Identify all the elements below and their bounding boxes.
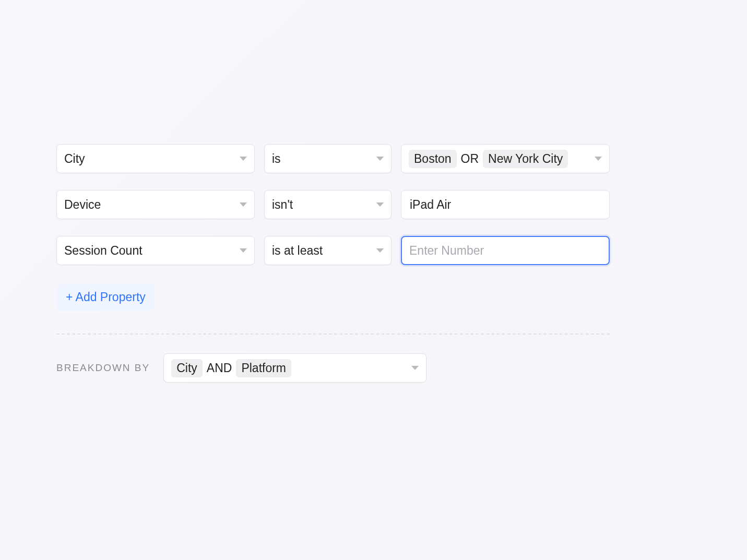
chevron-down-icon [411, 366, 419, 370]
value-select[interactable]: Boston OR New York City [401, 144, 610, 173]
filter-builder: City is Boston OR New York City Device i… [56, 144, 610, 383]
chevron-down-icon [376, 248, 384, 253]
value-input[interactable]: iPad Air [401, 190, 610, 219]
chevron-down-icon [376, 202, 384, 207]
property-label: Session Count [64, 244, 143, 258]
chevron-down-icon [240, 202, 247, 207]
operator-label: is [272, 152, 281, 166]
divider [56, 333, 610, 335]
breakdown-select[interactable]: City AND Platform [163, 353, 426, 383]
breakdown-chip: City [171, 359, 203, 377]
property-select[interactable]: City [56, 144, 255, 173]
breakdown-join: AND [207, 361, 232, 375]
property-label: City [64, 152, 85, 166]
value-chip: New York City [483, 150, 568, 168]
filter-row: Device isn't iPad Air [56, 190, 610, 219]
operator-select[interactable]: isn't [264, 190, 392, 219]
filter-row: City is Boston OR New York City [56, 144, 610, 173]
breakdown-row: BREAKDOWN BY City AND Platform [56, 353, 610, 383]
operator-select[interactable]: is at least [264, 236, 392, 265]
operator-label: isn't [272, 198, 293, 212]
operator-select[interactable]: is [264, 144, 392, 173]
add-property-button[interactable]: + Add Property [56, 284, 155, 311]
chevron-down-icon [240, 157, 247, 161]
value-join: OR [461, 152, 479, 166]
filter-row: Session Count is at least [56, 236, 610, 265]
number-input[interactable] [401, 236, 610, 265]
chevron-down-icon [376, 157, 384, 161]
chevron-down-icon [240, 248, 247, 253]
add-property-label: + Add Property [66, 290, 146, 304]
value-chip: Boston [409, 150, 457, 168]
operator-label: is at least [272, 244, 323, 258]
breakdown-chip: Platform [236, 359, 291, 377]
value-text: iPad Air [409, 198, 451, 212]
breakdown-label: BREAKDOWN BY [56, 362, 150, 374]
number-field[interactable] [409, 244, 601, 258]
property-select[interactable]: Device [56, 190, 255, 219]
property-label: Device [64, 198, 101, 212]
property-select[interactable]: Session Count [56, 236, 255, 265]
chevron-down-icon [595, 157, 602, 161]
